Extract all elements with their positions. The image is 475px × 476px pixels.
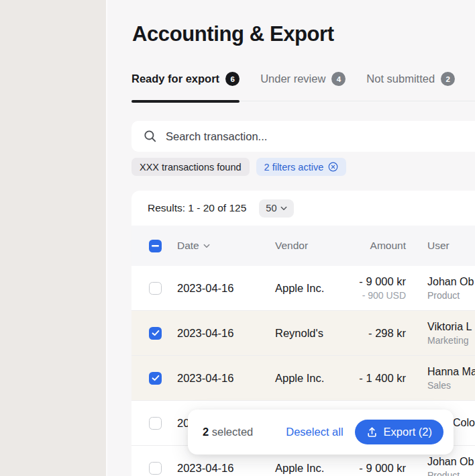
user-name: Johan Ob	[427, 456, 475, 468]
row-checkbox[interactable]	[149, 417, 162, 430]
results-bar: Results: 1 - 20 of 125 50	[131, 191, 475, 226]
tab-count-badge: 2	[441, 72, 455, 86]
cell-user: Viktoria L Marketing	[406, 321, 475, 346]
search-input[interactable]	[164, 130, 475, 144]
search-icon	[144, 130, 157, 143]
amount-primary: - 9 000 kr	[349, 462, 406, 475]
tab[interactable]: Not submitted 2	[366, 72, 455, 101]
row-checkbox[interactable]	[149, 462, 162, 475]
tab-label: Not submitted	[366, 73, 435, 85]
page-size-dropdown[interactable]: 50	[259, 199, 294, 218]
upload-icon	[366, 426, 378, 438]
column-header-date[interactable]: Date	[177, 240, 275, 252]
transactions-found-label: XXX transactions found	[140, 162, 242, 173]
tab-count-badge: 4	[331, 72, 346, 86]
select-all-checkbox[interactable]	[149, 240, 162, 252]
amount-primary: - 1 400 kr	[349, 372, 406, 385]
cell-amount: - 9 000 kr - 900 USD	[349, 275, 406, 301]
user-department: Marketing	[427, 335, 475, 346]
cell-user: Johan Ob Product	[406, 456, 475, 476]
column-header-vendor: Vendor	[275, 240, 349, 252]
checkmark-icon	[152, 330, 160, 336]
table-row[interactable]: 2023-04-16 Apple Inc. - 1 400 kr Hanna M…	[131, 355, 475, 400]
checkmark-icon	[152, 375, 160, 381]
cell-date: 2023-04-16	[177, 462, 275, 475]
user-department: Product	[427, 290, 475, 301]
selected-word: selected	[212, 426, 253, 438]
deselect-all-link[interactable]: Deselect all	[286, 426, 343, 438]
cell-user: Johan Ob Product	[406, 276, 475, 301]
search-bar	[131, 121, 475, 152]
tab-label: Under review	[260, 73, 325, 85]
row-checkbox[interactable]	[149, 372, 162, 385]
date-header-label: Date	[177, 240, 199, 252]
cell-user: Hanna Ma Sales	[406, 366, 475, 391]
cell-vendor: Reynold's	[275, 327, 349, 340]
user-name: Viktoria L	[427, 321, 475, 333]
indeterminate-minus-icon	[152, 245, 159, 247]
column-header-user: User	[406, 240, 475, 252]
main-content: Accounting & Export Ready for export 6 U…	[106, 0, 475, 476]
cell-vendor: Apple Inc.	[275, 462, 349, 475]
user-department: Product	[427, 470, 475, 476]
transactions-found-chip: XXX transactions found	[131, 158, 250, 176]
cell-amount: - 1 400 kr	[349, 372, 406, 385]
column-header-amount: Amount	[349, 240, 406, 252]
page-size-value: 50	[266, 203, 276, 213]
amount-primary: - 298 kr	[349, 327, 406, 340]
results-count: Results: 1 - 20 of 125	[148, 202, 246, 214]
active-filters-label: 2 filters active	[264, 162, 324, 173]
table-row[interactable]: 2023-04-16 Reynold's - 298 kr Viktoria L…	[131, 310, 475, 355]
page-title: Accounting & Export	[132, 22, 475, 46]
export-button-label: Export (2)	[384, 426, 432, 438]
tab[interactable]: Ready for export 6	[131, 72, 240, 101]
amount-secondary: - 900 USD	[349, 290, 406, 301]
selected-count-number: 2	[203, 426, 209, 438]
cell-date: 2023-04-16	[177, 282, 275, 295]
export-button[interactable]: Export (2)	[355, 420, 443, 444]
cell-vendor: Apple Inc.	[275, 372, 349, 385]
selection-action-bar: 2 selected Deselect all Export (2)	[188, 410, 454, 455]
selected-count-text: 2 selected	[203, 426, 253, 438]
cell-amount: - 9 000 kr	[349, 462, 406, 475]
cell-amount: - 298 kr	[349, 327, 406, 340]
filter-chips: XXX transactions found 2 filters active	[131, 158, 475, 176]
active-filters-chip[interactable]: 2 filters active	[256, 158, 347, 176]
tab-bar: Ready for export 6 Under review 4 Not su…	[131, 72, 475, 101]
tab[interactable]: Under review 4	[260, 72, 346, 101]
amount-primary: - 9 000 kr	[349, 275, 406, 288]
left-background-panel	[0, 0, 106, 476]
user-name: Johan Ob	[427, 276, 475, 288]
table-row[interactable]: 2023-04-16 Apple Inc. - 9 000 kr - 900 U…	[131, 266, 475, 310]
row-checkbox[interactable]	[149, 327, 162, 340]
sort-chevron-icon	[203, 244, 210, 248]
cell-date: 2023-04-16	[177, 372, 275, 385]
cell-vendor: Apple Inc.	[275, 282, 349, 295]
row-checkbox[interactable]	[149, 282, 162, 295]
tab-label: Ready for export	[131, 73, 219, 85]
chevron-down-icon	[280, 206, 287, 211]
tab-count-badge: 6	[225, 72, 240, 86]
cell-date: 2023-04-16	[177, 327, 275, 340]
user-name: Hanna Ma	[427, 366, 475, 378]
clear-filters-icon[interactable]	[328, 162, 338, 172]
table-header: Date Vendor Amount User	[131, 226, 475, 266]
user-department: Sales	[427, 380, 475, 391]
